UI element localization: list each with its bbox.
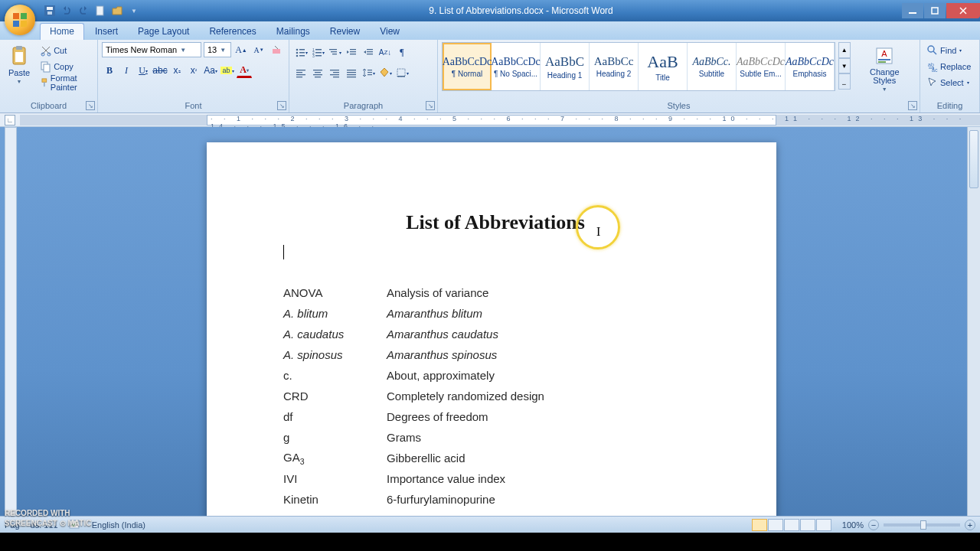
shrink-font-button[interactable]: A▼ <box>251 42 266 57</box>
align-right-button[interactable] <box>327 65 342 80</box>
style-subtitle[interactable]: AaBbCc.Subtitle <box>688 43 737 90</box>
superscript-button[interactable]: x² <box>186 63 201 78</box>
styles-dialog-icon[interactable]: ↘ <box>908 101 917 110</box>
styles-scroll[interactable]: ▲ ▼ ⎯ <box>838 42 851 90</box>
style--normal[interactable]: AaBbCcDc¶ Normal <box>443 43 492 90</box>
format-painter-button[interactable]: Format Painter <box>38 74 93 90</box>
style-subtle-em-[interactable]: AaBbCcDcSubtle Em... <box>737 43 786 90</box>
bullets-button[interactable]: ▾ <box>293 44 309 60</box>
paste-button[interactable]: Paste ▼ <box>4 42 34 87</box>
qat-open-icon[interactable] <box>110 4 124 18</box>
svg-rect-49 <box>330 70 339 70</box>
tab-view[interactable]: View <box>371 24 409 40</box>
qat-save-icon[interactable] <box>43 4 57 18</box>
tab-home[interactable]: Home <box>40 23 84 40</box>
zoom-slider[interactable] <box>884 523 960 527</box>
style-heading-2[interactable]: AaBbCcHeading 2 <box>590 43 639 90</box>
svg-rect-37 <box>350 54 356 54</box>
horizontal-ruler[interactable]: ∟ · · 1 · · · 2 · · · 3 · · · 4 · · · 5 … <box>0 113 980 127</box>
page[interactable]: List of Abbreviations ANOVAAnalysis of v… <box>207 142 776 533</box>
paragraph-dialog-icon[interactable]: ↘ <box>426 101 435 110</box>
svg-rect-56 <box>347 77 356 77</box>
justify-button[interactable] <box>344 65 359 80</box>
status-language[interactable]: English (India) <box>92 520 145 530</box>
tab-insert[interactable]: Insert <box>86 24 127 40</box>
view-print-layout[interactable] <box>752 519 767 531</box>
close-button[interactable] <box>946 3 980 18</box>
multilevel-button[interactable]: ▾ <box>327 44 342 60</box>
zoom-value[interactable]: 100% <box>842 520 864 530</box>
svg-point-20 <box>296 49 298 51</box>
abbr-row: A. blitumAmaranthus blitum <box>283 303 707 324</box>
view-web-layout[interactable] <box>784 519 799 531</box>
styles-more-icon[interactable]: ⎯ <box>838 73 851 90</box>
tab-mailings[interactable]: Mailings <box>267 24 319 40</box>
view-outline[interactable] <box>800 519 815 531</box>
svg-rect-64 <box>878 59 890 60</box>
tab-review[interactable]: Review <box>321 24 369 40</box>
group-font: Times New Roman▼ 13▼ A▲ A▼ B I U▾ abc x₂… <box>98 40 289 112</box>
copy-button[interactable]: Copy <box>38 58 93 74</box>
vertical-scrollbar[interactable] <box>967 127 980 533</box>
qat-customize-icon[interactable]: ▼ <box>127 4 141 18</box>
vertical-ruler[interactable] <box>5 127 17 533</box>
font-name-combo[interactable]: Times New Roman▼ <box>102 42 201 57</box>
select-button[interactable]: Select▾ <box>924 74 973 90</box>
highlight-button[interactable]: ab▾ <box>220 63 235 78</box>
line-spacing-button[interactable]: ▾ <box>361 65 376 80</box>
align-left-button[interactable] <box>293 65 309 80</box>
clipboard-dialog-icon[interactable]: ↘ <box>86 101 95 110</box>
tab-selector[interactable]: ∟ <box>5 115 15 126</box>
change-styles-button[interactable]: A Change Styles ▼ <box>854 42 916 95</box>
find-button[interactable]: Find▾ <box>924 42 973 58</box>
align-center-button[interactable] <box>310 65 325 80</box>
styles-gallery[interactable]: AaBbCcDc¶ NormalAaBbCcDc¶ No Spaci...AaB… <box>442 42 835 91</box>
minimize-button[interactable] <box>902 3 923 18</box>
style-emphasis[interactable]: AaBbCcDcEmphasis <box>786 43 835 90</box>
change-case-button[interactable]: Aa▾ <box>203 63 218 78</box>
qat-redo-icon[interactable] <box>77 4 90 18</box>
cut-button[interactable]: Cut <box>38 42 93 58</box>
font-dialog-icon[interactable]: ↘ <box>277 101 286 110</box>
inc-indent-button[interactable] <box>361 44 376 60</box>
view-draft[interactable] <box>816 519 831 531</box>
qat-new-icon[interactable] <box>93 4 107 18</box>
numbering-button[interactable]: 123▾ <box>310 44 325 60</box>
styles-up-icon[interactable]: ▲ <box>838 42 851 58</box>
change-styles-label: Change Styles <box>858 68 911 85</box>
grow-font-button[interactable]: A▲ <box>234 42 249 57</box>
svg-rect-27 <box>315 49 322 51</box>
styles-down-icon[interactable]: ▼ <box>838 58 851 74</box>
qat-undo-icon[interactable] <box>60 4 74 18</box>
borders-button[interactable]: ▾ <box>394 65 410 80</box>
font-size-combo[interactable]: 13▼ <box>204 42 231 57</box>
tab-page-layout[interactable]: Page Layout <box>129 24 198 40</box>
dec-indent-button[interactable] <box>344 44 359 60</box>
style--no-spaci-[interactable]: AaBbCcDc¶ No Spaci... <box>492 43 541 90</box>
view-full-screen[interactable] <box>768 519 783 531</box>
svg-rect-52 <box>333 77 339 77</box>
maximize-button[interactable] <box>924 3 946 18</box>
sort-button[interactable]: AZ↓ <box>377 44 393 60</box>
strike-button[interactable]: abc <box>152 63 168 78</box>
italic-button[interactable]: I <box>119 63 134 78</box>
style-heading-1[interactable]: AaBbCHeading 1 <box>541 43 590 90</box>
subscript-button[interactable]: x₂ <box>169 63 185 78</box>
underline-button[interactable]: U▾ <box>136 63 151 78</box>
ribbon-tabs: HomeInsertPage LayoutReferencesMailingsR… <box>0 21 980 40</box>
zoom-in-button[interactable]: + <box>965 520 975 530</box>
font-color-button[interactable]: A▾ <box>237 63 252 78</box>
replace-button[interactable]: abacReplace <box>924 58 973 74</box>
scroll-thumb[interactable] <box>969 130 978 188</box>
bold-button[interactable]: B <box>102 63 117 78</box>
shading-button[interactable]: ▾ <box>377 65 393 80</box>
clear-format-button[interactable] <box>269 42 284 57</box>
zoom-out-button[interactable]: − <box>868 520 879 530</box>
abbr-row: dfDegrees of freedom <box>283 406 707 427</box>
office-button[interactable] <box>5 5 35 35</box>
document-area: List of Abbreviations ANOVAAnalysis of v… <box>0 127 980 533</box>
style-title[interactable]: AaBTitle <box>639 43 688 90</box>
tab-references[interactable]: References <box>200 24 265 40</box>
show-marks-button[interactable]: ¶ <box>394 44 410 60</box>
group-paragraph: ▾ 123▾ ▾ AZ↓ ¶ ▾ ▾ ▾ Paragraph ↘ <box>289 40 438 112</box>
